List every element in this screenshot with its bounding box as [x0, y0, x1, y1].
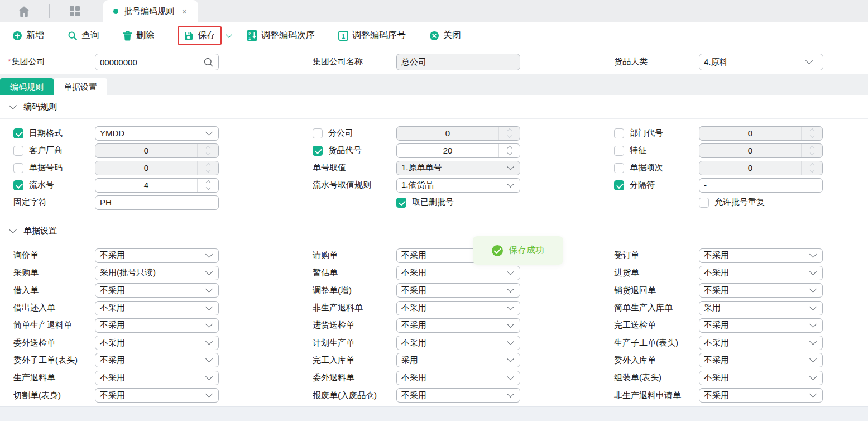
doc-usage-select[interactable]: 不采用 [396, 266, 520, 280]
chevron-down-icon [803, 272, 822, 274]
header-form: *集团公司 00000000 集团公司名称 总公司 货品大类 4.原料 [0, 49, 868, 74]
docs-section-header[interactable]: 单据设置 [0, 222, 868, 240]
chevron-down-icon [501, 184, 520, 186]
query-button[interactable]: 查询 [68, 30, 99, 41]
serial-rule-select[interactable]: 1.依货品 [396, 178, 520, 193]
doc-usage-select[interactable]: 采用 [699, 301, 823, 315]
doc-usage-select[interactable]: 不采用 [699, 318, 823, 333]
svg-text:1: 1 [342, 32, 345, 39]
doc-usage-select[interactable]: 不采用 [95, 301, 219, 315]
chevron-down-icon [501, 167, 520, 169]
rules-section-header[interactable]: 编码规则 [0, 95, 868, 119]
spinner-icon[interactable] [498, 144, 520, 157]
adjust-code-order-button[interactable]: 21 调整编码次序 [247, 30, 315, 41]
customer-vendor-checkbox[interactable] [13, 146, 23, 156]
item-code-checkbox[interactable] [313, 146, 323, 156]
doc-row: 计划生产单不采用 [305, 334, 606, 351]
fixed-chars-input[interactable]: PH [95, 195, 219, 210]
chevron-down-icon [199, 289, 218, 291]
doc-row: 完工入库单采用 [305, 352, 606, 369]
adjust-code-number-button[interactable]: 1 调整编码序号 [338, 30, 406, 41]
doc-row-label: 简单生产入库单 [614, 303, 673, 313]
chevron-down-icon [199, 342, 218, 344]
date-format-select[interactable]: YMDD [95, 126, 219, 141]
doc-usage-select[interactable]: 不采用 [95, 336, 219, 350]
rule-field-separator: 分隔符 - [606, 176, 868, 194]
feature-checkbox[interactable] [614, 146, 624, 156]
item-code-length-input[interactable]: 20 [396, 143, 520, 158]
chevron-down-icon [803, 255, 822, 257]
separator-input[interactable]: - [699, 178, 823, 193]
doc-row-label: 请购单 [313, 250, 338, 261]
doc-row-label: 生产退料单 [13, 372, 55, 383]
branch-checkbox[interactable] [313, 128, 323, 138]
doc-usage-select[interactable]: 不采用 [396, 283, 520, 298]
delete-button[interactable]: 删除 [123, 30, 154, 41]
reuse-deleted-checkbox[interactable] [396, 198, 406, 208]
home-icon[interactable] [15, 0, 33, 22]
doc-usage-select[interactable]: 不采用 [699, 353, 823, 367]
doc-item-length-input: 0 [699, 161, 823, 175]
doc-usage-select[interactable]: 不采用 [396, 318, 520, 333]
add-icon [12, 31, 22, 41]
separator-checkbox[interactable] [614, 180, 624, 190]
rule-field-branch: 分公司 0 [305, 125, 606, 142]
tab-close-icon[interactable]: × [182, 7, 187, 16]
document-tab[interactable]: 批号编码规则 × [103, 0, 198, 22]
doc-usage-select[interactable]: 不采用 [699, 266, 823, 280]
chevron-down-icon [803, 394, 822, 396]
lookup-search-icon[interactable] [203, 57, 214, 68]
docs-grid: 询价单不采用 采购单采用(批号只读) 借入单不采用 借出还入单不采用 简单生产退… [0, 240, 868, 404]
doc-row-label: 委外送检单 [13, 338, 55, 348]
doc-row: 询价单不采用 [0, 247, 305, 264]
doc-usage-select[interactable]: 不采用 [396, 301, 520, 315]
tab-coding-rules[interactable]: 编码规则 [0, 78, 54, 95]
doc-row-label: 受订单 [614, 250, 639, 261]
doc-usage-select[interactable]: 不采用 [95, 283, 219, 298]
doc-usage-select[interactable]: 不采用 [396, 336, 520, 350]
doc-number-checkbox[interactable] [13, 163, 23, 173]
close-button[interactable]: 关闭 [429, 30, 461, 41]
add-button[interactable]: 新增 [12, 30, 44, 41]
doc-usage-select[interactable]: 不采用 [699, 248, 823, 263]
doc-usage-select[interactable]: 不采用 [699, 283, 823, 298]
tab-doc-settings[interactable]: 单据设置 [54, 78, 107, 95]
chevron-down-icon [501, 307, 520, 309]
doc-row-label: 借入单 [13, 285, 39, 296]
doc-usage-select[interactable]: 采用(批号只读) [95, 266, 219, 280]
doc-usage-select[interactable]: 不采用 [699, 371, 823, 385]
doc-usage-select[interactable]: 不采用 [95, 318, 219, 333]
serial-number-length-input[interactable]: 4 [95, 178, 219, 193]
chevron-down-icon [199, 359, 218, 361]
doc-usage-select[interactable]: 不采用 [396, 371, 520, 385]
save-dropdown-chevron-icon[interactable] [226, 31, 232, 37]
doc-usage-select[interactable]: 不采用 [95, 388, 219, 403]
collapse-chevron-icon[interactable] [9, 102, 17, 109]
category-select[interactable]: 4.原料 [699, 54, 823, 70]
doc-usage-select[interactable]: 采用 [396, 353, 520, 367]
date-format-checkbox[interactable] [13, 128, 23, 138]
company-input[interactable]: 00000000 [95, 54, 219, 70]
allow-duplicate-checkbox[interactable] [699, 198, 709, 208]
chevron-down-icon [501, 289, 520, 291]
save-button[interactable]: 保存 [178, 26, 222, 45]
dept-code-checkbox[interactable] [614, 128, 624, 138]
chevron-down-icon [501, 394, 520, 396]
doc-usage-select[interactable]: 不采用 [699, 388, 823, 403]
doc-row-label: 采购单 [13, 267, 39, 278]
doc-usage-select[interactable]: 不采用 [95, 353, 219, 367]
doc-usage-select[interactable]: 不采用 [95, 371, 219, 385]
doc-item-checkbox[interactable] [614, 163, 624, 173]
company-label: *集团公司 [8, 56, 45, 67]
toolbar: 新增 查询 删除 保存 21 调整编码次序 1 调整编码序号 关闭 [0, 22, 868, 49]
serial-number-checkbox[interactable] [13, 180, 23, 190]
collapse-chevron-icon[interactable] [9, 225, 17, 233]
doc-usage-select[interactable]: 不采用 [396, 388, 520, 403]
spinner-icon[interactable] [197, 179, 218, 192]
apps-grid-icon[interactable] [65, 0, 84, 22]
doc-usage-select[interactable]: 不采用 [699, 336, 823, 350]
doc-row: 非生产退料单不采用 [305, 299, 606, 317]
chevron-down-icon [799, 61, 818, 63]
doc-usage-select[interactable]: 不采用 [95, 248, 219, 263]
chevron-down-icon [803, 307, 822, 309]
